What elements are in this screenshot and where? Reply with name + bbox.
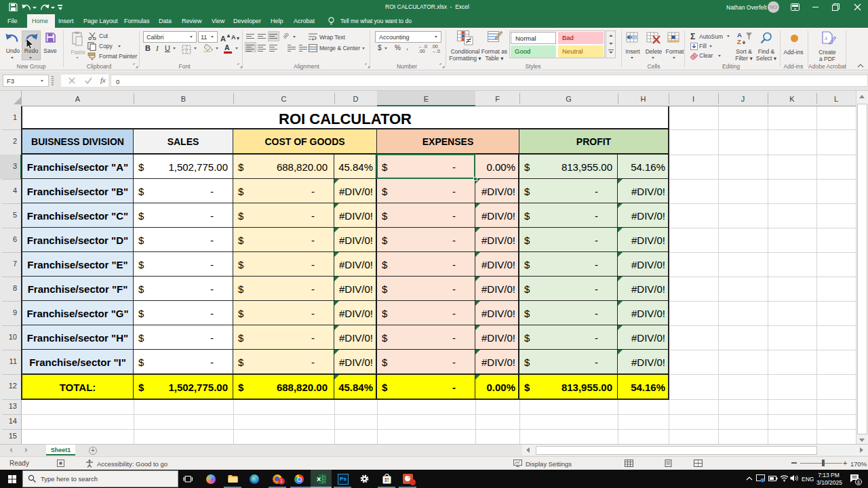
svg-text:Z: Z	[737, 38, 741, 45]
svg-text:λ: λ	[824, 35, 827, 41]
